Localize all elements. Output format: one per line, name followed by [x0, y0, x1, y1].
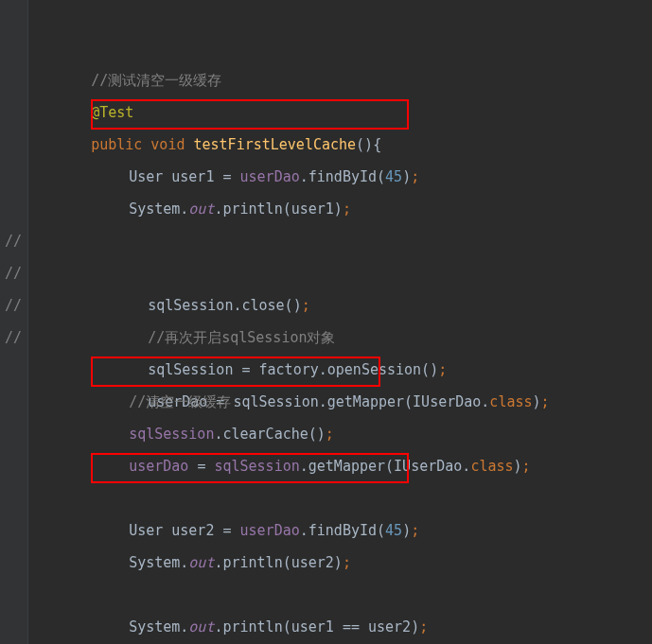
code-line[interactable]: sqlSession.clearCache(); [0, 354, 652, 386]
code-line-blank[interactable] [0, 161, 652, 193]
code-line[interactable]: User user1 = userDao.findById(45); [0, 96, 652, 129]
code-line[interactable]: @Test [0, 32, 652, 64]
code-line[interactable]: //测试清空一级缓存 [0, 0, 652, 32]
code-line[interactable]: System.out.println(user2); [0, 482, 652, 514]
code-line[interactable]: // //再次开启sqlSession对象 [0, 225, 652, 257]
code-line[interactable]: // sqlSession.close(); [0, 193, 652, 225]
code-line[interactable]: //清空一级缓存 [0, 322, 652, 354]
code-line-blank[interactable] [0, 418, 652, 450]
code-line[interactable]: // userDao = sqlSession.getMapper(IUserD… [0, 289, 652, 322]
code-editor[interactable]: //测试清空一级缓存 @Test public void testFirstLe… [0, 0, 652, 644]
code-line[interactable]: public void testFirstLevelCache(){ [0, 64, 652, 96]
code-line[interactable]: User user2 = userDao.findById(45); [0, 450, 652, 482]
code-line-blank[interactable] [0, 579, 652, 611]
code-line[interactable]: // sqlSession = factory.openSession(); [0, 257, 652, 289]
code-line[interactable]: System.out.println(user1 == user2); [0, 547, 652, 579]
code-line[interactable]: userDao = sqlSession.getMapper(IUserDao.… [0, 386, 652, 418]
code-line-blank[interactable] [0, 514, 652, 547]
code-line[interactable]: } [0, 611, 652, 643]
code-line[interactable]: System.out.println(user1); [0, 129, 652, 161]
